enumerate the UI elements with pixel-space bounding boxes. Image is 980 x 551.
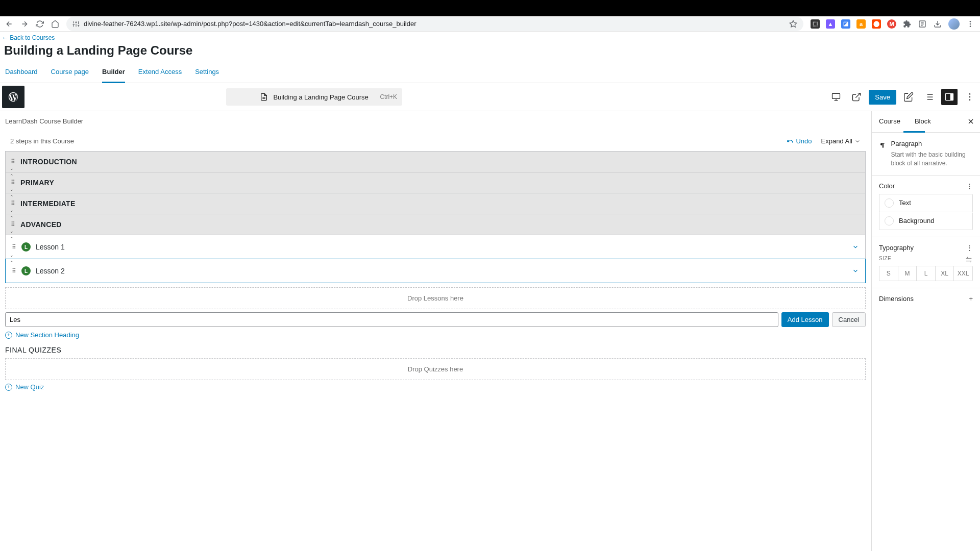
move-down-icon[interactable]: ⌄ xyxy=(10,187,14,192)
browser-profile-avatar[interactable] xyxy=(948,18,960,30)
star-icon[interactable] xyxy=(789,20,797,28)
chevron-down-icon[interactable] xyxy=(852,267,859,274)
extension-icon[interactable]: ▲ xyxy=(826,19,835,29)
extension-icon[interactable]: a xyxy=(856,19,866,29)
svg-point-3 xyxy=(970,26,971,27)
new-quiz-button[interactable]: + New Quiz xyxy=(5,383,866,391)
reading-list-icon[interactable] xyxy=(918,19,927,29)
drag-handle-icon[interactable]: ⠿ xyxy=(11,158,15,165)
section-heading[interactable]: ⌃ ⠿ PRIMARY ⌄ xyxy=(5,172,866,193)
side-tab-course[interactable]: Course xyxy=(872,111,908,132)
lesson-item[interactable]: ⌃ ⠿ L Lesson 1 ⌄ xyxy=(5,235,866,259)
command-palette[interactable]: Building a Landing Page Course Ctrl+K xyxy=(226,88,402,106)
section-heading[interactable]: ⌃ ⠿ INTERMEDIATE ⌄ xyxy=(5,193,866,214)
tab-settings[interactable]: Settings xyxy=(195,63,219,83)
more-options-icon[interactable] xyxy=(962,89,978,105)
move-down-icon[interactable]: ⌄ xyxy=(10,166,14,171)
lesson-title: Lesson 2 xyxy=(36,267,65,275)
browser-url-text: divine-feather-76243.wp1.site/wp-admin/p… xyxy=(84,20,416,28)
lesson-badge-icon: L xyxy=(21,242,31,252)
custom-size-icon[interactable] xyxy=(965,256,973,264)
color-swatch-icon xyxy=(885,198,894,208)
move-up-icon[interactable]: ⌃ xyxy=(10,236,14,241)
browser-extension-tray: ⬚ ▲ ◪ a ⬤ M xyxy=(811,18,975,30)
tab-dashboard[interactable]: Dashboard xyxy=(5,63,38,83)
more-options-icon[interactable]: ⋮ xyxy=(966,244,973,252)
browser-forward-icon[interactable] xyxy=(20,20,29,28)
new-section-heading-button[interactable]: + New Section Heading xyxy=(5,331,866,339)
undo-button[interactable]: Undo xyxy=(787,137,812,145)
side-tab-block[interactable]: Block xyxy=(908,111,938,132)
inspector-sidebar: Course Block Paragraph Start with the ba… xyxy=(871,111,980,551)
drag-handle-icon[interactable]: ⠿ xyxy=(12,267,16,274)
size-l-button[interactable]: L xyxy=(917,266,936,281)
steps-count-text: 2 steps in this Course xyxy=(10,137,74,145)
back-to-courses-link[interactable]: ← Back to Courses xyxy=(2,34,55,41)
section-heading[interactable]: ⠿ INTRODUCTION ⌄ xyxy=(5,151,866,172)
settings-panel-icon[interactable] xyxy=(941,89,958,105)
edit-icon[interactable] xyxy=(900,89,917,105)
section-title: ADVANCED xyxy=(20,220,62,229)
browser-toolbar: divine-feather-76243.wp1.site/wp-admin/p… xyxy=(0,16,980,32)
view-desktop-icon[interactable] xyxy=(828,89,844,105)
browser-url-bar[interactable]: divine-feather-76243.wp1.site/wp-admin/p… xyxy=(66,17,803,31)
extension-icon[interactable]: ◪ xyxy=(841,19,850,29)
tab-builder[interactable]: Builder xyxy=(102,63,125,83)
more-options-icon[interactable]: ⋮ xyxy=(966,182,973,190)
move-up-icon[interactable]: ⌃ xyxy=(10,215,14,220)
move-down-icon[interactable]: ⌄ xyxy=(10,208,14,213)
browser-reload-icon[interactable] xyxy=(36,20,44,28)
size-s-button[interactable]: S xyxy=(879,266,898,281)
drop-quizzes-zone[interactable]: Drop Quizzes here xyxy=(5,358,866,380)
color-panel-title: Color xyxy=(879,182,895,190)
browser-home-icon[interactable] xyxy=(51,20,59,28)
move-up-icon[interactable]: ⌃ xyxy=(10,173,14,179)
extension-icon[interactable]: M xyxy=(887,19,896,29)
text-color-button[interactable]: Text xyxy=(879,194,973,212)
move-down-icon[interactable]: ⌄ xyxy=(10,253,14,258)
browser-back-icon[interactable] xyxy=(5,20,13,28)
tab-extend-access[interactable]: Extend Access xyxy=(138,63,182,83)
drag-handle-icon[interactable]: ⠿ xyxy=(11,179,15,186)
block-description: Start with the basic building block of a… xyxy=(891,151,973,168)
chevron-down-icon[interactable] xyxy=(852,243,859,251)
expand-all-button[interactable]: Expand All xyxy=(821,137,861,145)
move-up-icon[interactable]: ⌃ xyxy=(10,194,14,199)
extension-icon[interactable]: ⬤ xyxy=(872,19,881,29)
drag-handle-icon[interactable]: ⠿ xyxy=(12,243,16,251)
add-lesson-button[interactable]: Add Lesson xyxy=(781,312,829,327)
add-dimension-icon[interactable]: + xyxy=(969,295,973,303)
extensions-puzzle-icon[interactable] xyxy=(902,19,912,29)
video-black-bar xyxy=(0,0,980,16)
close-sidebar-icon[interactable] xyxy=(962,111,980,132)
size-xl-button[interactable]: XL xyxy=(936,266,954,281)
lesson-item[interactable]: ⌃ ⠿ L Lesson 2 xyxy=(5,259,866,283)
save-button[interactable]: Save xyxy=(869,90,896,105)
size-m-button[interactable]: M xyxy=(898,266,917,281)
cancel-button[interactable]: Cancel xyxy=(832,312,866,327)
new-lesson-input[interactable] xyxy=(5,312,778,327)
extension-icon[interactable]: ⬚ xyxy=(811,19,820,29)
browser-menu-icon[interactable] xyxy=(966,19,975,29)
block-name: Paragraph xyxy=(891,140,973,147)
course-tabs: Dashboard Course page Builder Extend Acc… xyxy=(0,63,980,83)
plus-circle-icon: + xyxy=(5,332,12,339)
document-icon xyxy=(260,93,268,101)
svg-point-8 xyxy=(969,96,971,98)
size-xxl-button[interactable]: XXL xyxy=(954,266,972,281)
section-heading[interactable]: ⌃ ⠿ ADVANCED ⌄ xyxy=(5,214,866,235)
move-down-icon[interactable]: ⌄ xyxy=(10,229,14,234)
drag-handle-icon[interactable]: ⠿ xyxy=(11,221,15,228)
section-title: PRIMARY xyxy=(20,179,54,187)
drop-lessons-zone[interactable]: Drop Lessons here xyxy=(5,287,866,309)
svg-point-7 xyxy=(969,93,971,95)
move-up-icon[interactable]: ⌃ xyxy=(10,260,14,265)
downloads-icon[interactable] xyxy=(933,19,942,29)
svg-point-2 xyxy=(970,23,971,24)
tab-course-page[interactable]: Course page xyxy=(51,63,89,83)
list-view-icon[interactable] xyxy=(921,89,937,105)
open-external-icon[interactable] xyxy=(848,89,865,105)
wordpress-logo[interactable] xyxy=(2,86,24,108)
drag-handle-icon[interactable]: ⠿ xyxy=(11,200,15,207)
background-color-button[interactable]: Background xyxy=(879,212,973,230)
